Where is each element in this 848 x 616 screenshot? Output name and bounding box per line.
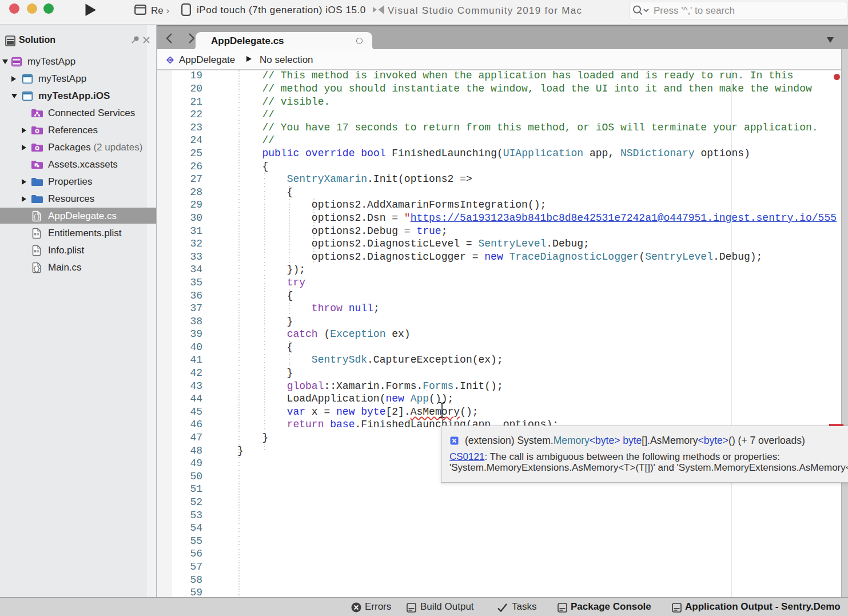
svg-text:C: C (168, 57, 172, 63)
svg-text:{}: {} (33, 265, 41, 272)
svg-text:{}: {} (33, 214, 41, 221)
